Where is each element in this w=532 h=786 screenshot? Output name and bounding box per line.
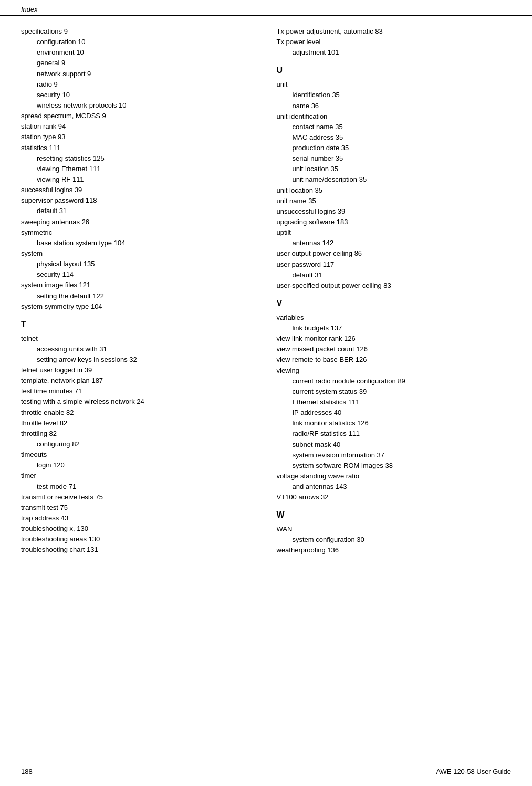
index-entry: transmit test 75 bbox=[21, 502, 256, 513]
index-entry: antennas 142 bbox=[293, 238, 512, 248]
index-entry: and antennas 143 bbox=[293, 481, 512, 492]
index-entry: station rank 94 bbox=[21, 121, 256, 132]
index-entry: configuring 82 bbox=[37, 439, 256, 449]
index-entry: unit bbox=[277, 79, 512, 90]
index-entry: throttling 82 bbox=[21, 428, 256, 439]
index-entry: sweeping antennas 26 bbox=[21, 217, 256, 227]
index-entry: trap address 43 bbox=[21, 513, 256, 523]
index-entry: successful logins 39 bbox=[21, 185, 256, 195]
page-footer: 188 AWE 120-58 User Guide bbox=[0, 768, 532, 775]
index-entry: system configuration 30 bbox=[293, 535, 512, 545]
index-entry: station type 93 bbox=[21, 132, 256, 142]
index-entry: system software ROM images 38 bbox=[293, 460, 512, 471]
index-entry: T bbox=[21, 317, 256, 332]
page-content: specifications 9configuration 10environm… bbox=[0, 16, 532, 567]
index-entry: troubleshooting chart 131 bbox=[21, 544, 256, 555]
page-header: Index bbox=[0, 0, 532, 16]
index-entry: viewing bbox=[277, 365, 512, 376]
index-entry: default 31 bbox=[37, 206, 256, 216]
index-entry: template, network plan 187 bbox=[21, 375, 256, 386]
index-entry: system image files 121 bbox=[21, 280, 256, 290]
index-entry: contact name 35 bbox=[293, 122, 512, 132]
index-entry: security 114 bbox=[37, 269, 256, 280]
index-entry: unit name 35 bbox=[277, 196, 512, 206]
index-entry: system symmetry type 104 bbox=[21, 301, 256, 312]
index-entry: voltage standing wave ratio bbox=[277, 471, 512, 481]
index-entry: W bbox=[277, 508, 512, 523]
index-entry: upgrading software 183 bbox=[277, 217, 512, 227]
index-entry: user-specified output power ceiling 83 bbox=[277, 280, 512, 291]
index-entry: base station system type 104 bbox=[37, 238, 256, 248]
index-entry: throttle level 82 bbox=[21, 418, 256, 428]
index-entry: environment 10 bbox=[37, 47, 256, 58]
index-entry: weatherproofing 136 bbox=[277, 545, 512, 556]
index-entry: statistics 111 bbox=[21, 143, 256, 153]
left-column: specifications 9configuration 10environm… bbox=[21, 26, 266, 556]
index-entry: spread spectrum, MCDSS 9 bbox=[21, 111, 256, 121]
index-entry: identification 35 bbox=[293, 90, 512, 100]
index-entry: user output power ceiling 86 bbox=[277, 248, 512, 259]
right-column: Tx power adjustment, automatic 83Tx powe… bbox=[266, 26, 512, 556]
index-entry: viewing Ethernet 111 bbox=[37, 164, 256, 174]
index-entry: timer bbox=[21, 470, 256, 481]
index-entry: uptilt bbox=[277, 227, 512, 238]
index-entry: system revision information 37 bbox=[293, 450, 512, 460]
index-entry: Tx power adjustment, automatic 83 bbox=[277, 26, 512, 37]
footer-product: AWE 120-58 User Guide bbox=[436, 768, 511, 775]
index-entry: IP addresses 40 bbox=[293, 407, 512, 418]
index-entry: view link monitor rank 126 bbox=[277, 333, 512, 344]
index-entry: wireless network protocols 10 bbox=[37, 100, 256, 111]
index-entry: name 36 bbox=[293, 101, 512, 111]
index-entry: V bbox=[277, 296, 512, 311]
index-entry: testing with a simple wireless network 2… bbox=[21, 396, 256, 407]
index-entry: VT100 arrows 32 bbox=[277, 492, 512, 502]
index-entry: supervisor password 118 bbox=[21, 195, 256, 206]
index-entry: viewing RF 111 bbox=[37, 174, 256, 185]
index-entry: link budgets 137 bbox=[293, 323, 512, 333]
index-entry: setting the default 122 bbox=[37, 291, 256, 301]
index-entry: unit name/description 35 bbox=[293, 174, 512, 185]
index-entry: WAN bbox=[277, 524, 512, 535]
index-entry: radio/RF statistics 111 bbox=[293, 428, 512, 439]
index-entry: security 10 bbox=[37, 90, 256, 100]
index-entry: view missed packet count 126 bbox=[277, 344, 512, 354]
page-header-title: Index bbox=[21, 5, 38, 13]
index-entry: general 9 bbox=[37, 58, 256, 68]
index-entry: test time minutes 71 bbox=[21, 386, 256, 396]
index-entry: current system status 39 bbox=[293, 386, 512, 397]
footer-page-number: 188 bbox=[21, 768, 33, 775]
index-entry: unit identification bbox=[277, 111, 512, 122]
index-entry: radio 9 bbox=[37, 79, 256, 90]
index-entry: network support 9 bbox=[37, 69, 256, 79]
index-entry: timeouts bbox=[21, 449, 256, 460]
index-entry: user password 117 bbox=[277, 259, 512, 270]
index-entry: adjustment 101 bbox=[293, 47, 512, 58]
index-entry: setting arrow keys in sessions 32 bbox=[37, 354, 256, 365]
index-entry: unsuccessful logins 39 bbox=[277, 206, 512, 217]
index-entry: telnet bbox=[21, 333, 256, 344]
index-entry: current radio module configuration 89 bbox=[293, 376, 512, 386]
index-entry: telnet user logged in 39 bbox=[21, 365, 256, 375]
index-entry: resetting statistics 125 bbox=[37, 153, 256, 164]
index-entry: U bbox=[277, 63, 512, 78]
index-entry: throttle enable 82 bbox=[21, 407, 256, 418]
index-entry: login 120 bbox=[37, 460, 256, 470]
index-entry: symmetric bbox=[21, 227, 256, 238]
index-entry: troubleshooting x, 130 bbox=[21, 523, 256, 534]
index-entry: Tx power level bbox=[277, 37, 512, 47]
index-entry: system bbox=[21, 248, 256, 259]
index-entry: troubleshooting areas 130 bbox=[21, 534, 256, 544]
index-entry: specifications 9 bbox=[21, 26, 256, 37]
index-entry: unit location 35 bbox=[277, 185, 512, 196]
index-entry: physical layout 135 bbox=[37, 259, 256, 269]
index-entry: view remote to base BER 126 bbox=[277, 354, 512, 365]
index-entry: production date 35 bbox=[293, 143, 512, 153]
index-entry: accessing units with 31 bbox=[37, 344, 256, 354]
index-entry: test mode 71 bbox=[37, 481, 256, 492]
index-entry: MAC address 35 bbox=[293, 132, 512, 143]
index-entry: configuration 10 bbox=[37, 37, 256, 47]
index-entry: variables bbox=[277, 312, 512, 323]
index-entry: subnet mask 40 bbox=[293, 439, 512, 450]
index-entry: transmit or receive tests 75 bbox=[21, 492, 256, 502]
index-entry: Ethernet statistics 111 bbox=[293, 397, 512, 407]
